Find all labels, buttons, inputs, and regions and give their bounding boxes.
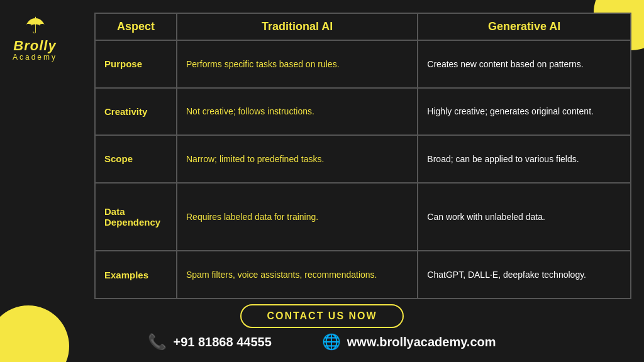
col-header-aspect: Aspect — [95, 13, 177, 40]
col-header-traditional: Traditional AI — [177, 13, 418, 40]
cell-traditional: Not creative; follows instructions. — [177, 88, 418, 136]
comparison-table-container: Aspect Traditional AI Generative AI Purp… — [94, 13, 631, 299]
website-url: www.brollyacademy.com — [347, 335, 496, 349]
cell-aspect: Purpose — [95, 40, 177, 88]
cell-aspect: Scope — [95, 135, 177, 183]
cell-traditional: Performs specific tasks based on rules. — [177, 40, 418, 88]
logo-area: ☂ Brolly Academy — [13, 13, 57, 62]
table-row: PurposePerforms specific tasks based on … — [95, 40, 631, 88]
cell-generative: Can work with unlabeled data. — [418, 183, 631, 251]
cell-traditional: Narrow; limited to predefined tasks. — [177, 135, 418, 183]
table-header-row: Aspect Traditional AI Generative AI — [95, 13, 631, 40]
cell-generative: ChatGPT, DALL·E, deepfake technology. — [418, 251, 631, 299]
logo-umbrella-icon: ☂ — [25, 13, 45, 39]
cell-generative: Broad; can be applied to various fields. — [418, 135, 631, 183]
cell-aspect: Data Dependency — [95, 183, 177, 251]
cell-generative: Creates new content based on patterns. — [418, 40, 631, 88]
cell-traditional: Requires labeled data for training. — [177, 183, 418, 251]
cell-aspect: Creativity — [95, 88, 177, 136]
table-row: ExamplesSpam filters, voice assistants, … — [95, 251, 631, 299]
logo-subtitle: Academy — [13, 53, 57, 62]
table-row: CreativityNot creative; follows instruct… — [95, 88, 631, 136]
phone-icon: 📞 — [148, 333, 167, 351]
contact-us-button[interactable]: CONTACT US NOW — [240, 304, 403, 328]
contact-button-label: CONTACT US NOW — [267, 310, 377, 321]
phone-number: +91 81868 44555 — [173, 335, 271, 349]
cell-aspect: Examples — [95, 251, 177, 299]
website-section: 🌐 www.brollyacademy.com — [322, 333, 496, 351]
cell-traditional: Spam filters, voice assistants, recommen… — [177, 251, 418, 299]
comparison-table: Aspect Traditional AI Generative AI Purp… — [94, 13, 631, 299]
table-row: ScopeNarrow; limited to predefined tasks… — [95, 135, 631, 183]
phone-section: 📞 +91 81868 44555 — [148, 333, 271, 351]
cell-generative: Highly creative; generates original cont… — [418, 88, 631, 136]
contact-info-row: 📞 +91 81868 44555 🌐 www.brollyacademy.co… — [148, 333, 496, 351]
table-row: Data DependencyRequires labeled data for… — [95, 183, 631, 251]
bottom-section: CONTACT US NOW 📞 +91 81868 44555 🌐 www.b… — [0, 293, 644, 362]
logo-name: Brolly — [13, 39, 56, 53]
globe-icon: 🌐 — [322, 333, 341, 351]
col-header-generative: Generative AI — [418, 13, 631, 40]
